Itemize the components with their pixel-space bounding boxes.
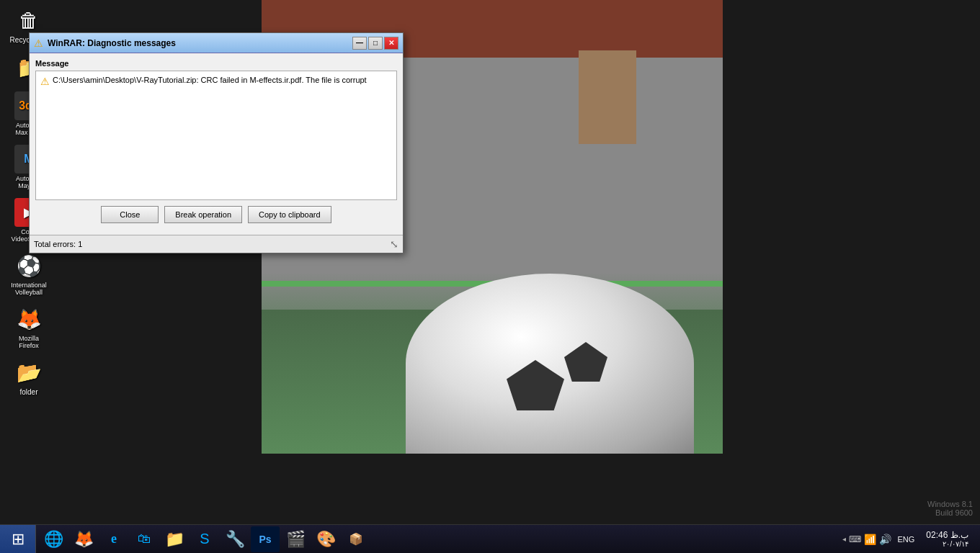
message-row: ⚠ C:\Users\amin\Desktop\V-RayTutorial.zi…	[40, 76, 392, 87]
systray-kb-icon: ⌨	[849, 534, 861, 544]
build-info-line2: Build 9600	[927, 508, 973, 517]
lang-indicator: ENG	[894, 535, 917, 544]
taskbar-app-chrome[interactable]: 🌐	[39, 526, 68, 552]
taskbar-app-skype[interactable]: S	[190, 526, 219, 552]
taskbar-app-firefox[interactable]: 🦊	[69, 526, 98, 552]
ball-patch-2	[564, 342, 607, 382]
firefox-label: MozillaFirefox	[19, 335, 39, 349]
build-info: Windows 8.1 Build 9600	[927, 500, 973, 517]
desktop-icon-volleyball[interactable]: ⚽ InternationalVolleyball	[3, 248, 55, 299]
break-operation-button[interactable]: Break operation	[164, 206, 242, 223]
warning-icon: ⚠	[40, 76, 50, 87]
desktop-icon-firefox[interactable]: 🦊 MozillaFirefox	[3, 302, 55, 352]
maximize-button[interactable]: □	[368, 37, 383, 50]
message-label: Message	[35, 59, 397, 68]
volleyball-label: InternationalVolleyball	[11, 282, 47, 296]
systray: ◂ ⌨ 📶 🔊 ENG	[842, 534, 917, 545]
taskbar-app-ie[interactable]: e	[99, 526, 128, 552]
minimize-button[interactable]: —	[352, 37, 367, 50]
systray-network-icon: 📶	[864, 534, 876, 545]
clock-date: ۲۰/۰۷/۱۴	[926, 540, 968, 548]
message-text: C:\Users\amin\Desktop\V-RayTutorial.zip:…	[53, 76, 367, 84]
taskbar-app-winrar[interactable]: 📦	[342, 526, 370, 552]
taskbar-right: ◂ ⌨ 📶 🔊 ENG 02:46 ب.ظ ۲۰/۰۷/۱۴	[837, 530, 980, 548]
taskbar-apps: 🌐 🦊 e 🛍 📁 S 🔧 Ps 🎬 🎨 📦	[36, 526, 837, 552]
resize-handle[interactable]: ⤡	[390, 238, 398, 250]
soccer-ball	[406, 274, 694, 454]
ball-patch-1	[507, 360, 564, 410]
status-count: 1	[78, 240, 82, 248]
recycle-bin-icon: 🗑	[14, 6, 43, 35]
message-box: ⚠ C:\Users\amin\Desktop\V-RayTutorial.zi…	[35, 71, 397, 200]
taskbar-app-file-manager[interactable]: 📁	[160, 526, 189, 552]
dialog-status-bar: Total errors: 1 ⤡	[30, 235, 403, 253]
taskbar-app-photoshop[interactable]: Ps	[251, 526, 280, 552]
dialog-title-text: WinRAR: Diagnostic messages	[48, 38, 176, 48]
dialog-body: Message ⚠ C:\Users\amin\Desktop\V-RayTut…	[30, 53, 403, 235]
desktop: 🗑 Recycle Bin 📁 3ds Autode...Max 20... M…	[0, 0, 980, 553]
titlebar-left: ⚠ WinRAR: Diagnostic messages	[34, 37, 176, 49]
taskbar-app-tool1[interactable]: 🔧	[220, 526, 249, 552]
taskbar-app-video[interactable]: 🎬	[281, 526, 310, 552]
taskbar-app-store[interactable]: 🛍	[130, 526, 159, 552]
build-info-line1: Windows 8.1	[927, 500, 973, 508]
taskbar: ⊞ 🌐 🦊 e 🛍 📁 S 🔧 Ps 🎬 🎨 📦 ◂ ⌨ 📶 🔊 ENG	[0, 524, 980, 553]
dialog-title-icon: ⚠	[34, 37, 43, 49]
copy-clipboard-button[interactable]: Copy to clipboard	[248, 206, 331, 223]
folder2-label: folder	[19, 388, 37, 396]
building-door	[579, 50, 636, 144]
firefox-icon: 🦊	[14, 305, 43, 333]
start-button[interactable]: ⊞	[0, 525, 36, 554]
systray-volume-icon: 🔊	[879, 534, 891, 545]
winrar-dialog: ⚠ WinRAR: Diagnostic messages — □ ✕ Mess…	[29, 32, 404, 253]
status-text: Total errors: 1	[34, 240, 82, 248]
close-button[interactable]: Close	[101, 206, 159, 223]
dialog-buttons: Close Break operation Copy to clipboard	[35, 206, 397, 223]
titlebar-buttons: — □ ✕	[352, 37, 398, 50]
start-icon: ⊞	[12, 530, 24, 549]
clock-time: 02:46 ب.ظ	[926, 530, 968, 540]
taskbar-clock: 02:46 ب.ظ ۲۰/۰۷/۱۴	[920, 530, 974, 548]
status-label: Total errors:	[34, 240, 76, 248]
volleyball-icon: ⚽	[14, 251, 43, 280]
systray-arrow[interactable]: ◂	[842, 535, 846, 543]
desktop-icon-folder2[interactable]: 📂 folder	[3, 355, 55, 399]
folder2-icon: 📂	[14, 358, 43, 387]
dialog-titlebar: ⚠ WinRAR: Diagnostic messages — □ ✕	[30, 33, 403, 53]
close-title-button[interactable]: ✕	[384, 37, 398, 50]
taskbar-app-paint[interactable]: 🎨	[311, 526, 340, 552]
